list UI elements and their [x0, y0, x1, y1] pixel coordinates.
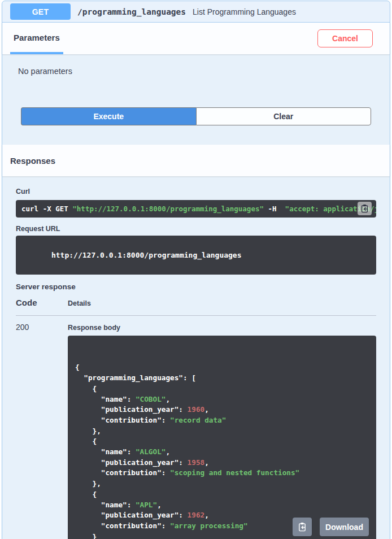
curl-token: -H	[264, 205, 281, 213]
code-line: "publication_year": 1960,	[75, 405, 369, 415]
endpoint-path: /programming_languages	[77, 7, 186, 16]
code-line: {	[75, 436, 369, 447]
code-token: "name":	[75, 447, 136, 456]
code-token: ,	[204, 511, 209, 519]
curl-label: Curl	[16, 188, 376, 195]
operation-block: GET /programming_languages List Programm…	[2, 1, 390, 539]
code-token: "scoping and nested functions"	[170, 468, 299, 477]
execute-row: Execute Clear	[21, 107, 371, 125]
code-token: },	[75, 479, 101, 488]
code-column-header: Code	[16, 298, 68, 307]
responses-title: Responses	[10, 156, 55, 166]
details-column-header: Details	[68, 299, 91, 307]
code-token: 1962	[188, 511, 205, 519]
cancel-button[interactable]: Cancel	[317, 29, 373, 47]
code-token: ,	[204, 405, 209, 414]
code-line: "publication_year": 1958,	[75, 458, 369, 468]
clear-button[interactable]: Clear	[196, 107, 372, 125]
code-token: ,	[165, 447, 170, 456]
request-url-label: Request URL	[16, 225, 376, 233]
code-line: {	[75, 362, 369, 373]
code-token: {	[75, 437, 97, 445]
response-row-details: Response body { "programming_languages":…	[68, 323, 376, 539]
response-row-200: 200 Response body { "programming_languag…	[16, 323, 376, 539]
clipboard-copy-icon	[298, 522, 307, 532]
code-line: "contribution": "record data"	[75, 415, 369, 426]
code-token: "contribution":	[75, 521, 170, 530]
parameters-section-header: Parameters Cancel	[2, 23, 390, 54]
code-token: },	[75, 427, 101, 435]
tab-parameters[interactable]: Parameters	[10, 23, 63, 54]
code-token: "publication_year":	[75, 511, 188, 519]
code-token: 1960	[188, 405, 205, 414]
request-url-box: http://127.0.0.1:8000/programming_langua…	[16, 236, 376, 275]
code-token: "COBOL"	[136, 395, 165, 403]
code-line: "name": "COBOL",	[75, 394, 369, 405]
no-parameters-text: No parameters	[18, 67, 374, 76]
response-body-label: Response body	[68, 324, 376, 332]
code-token: "name":	[75, 501, 136, 509]
server-response-label: Server response	[16, 282, 376, 291]
code-line: "name": "ALGOL",	[75, 447, 369, 458]
curl-command-text: curl -X GET "http://127.0.0.1:8000/progr…	[21, 205, 376, 213]
response-table-header: Code Details	[16, 298, 376, 316]
code-token: 1958	[188, 458, 205, 467]
response-body-box: { "programming_languages": [ { "name": "…	[68, 336, 376, 539]
code-token: ,	[157, 501, 162, 509]
code-line: "name": "APL",	[75, 500, 369, 511]
code-token: {	[75, 490, 97, 498]
code-token: "name":	[75, 395, 136, 403]
copy-response-button[interactable]	[293, 518, 312, 536]
request-url-value: http://127.0.0.1:8000/programming_langua…	[51, 251, 242, 259]
code-token: "contribution":	[75, 468, 170, 477]
parameters-body: No parameters Execute Clear	[2, 67, 390, 125]
operation-summary[interactable]: GET /programming_languages List Programm…	[2, 1, 390, 23]
code-token: "APL"	[136, 501, 157, 509]
download-button[interactable]: Download	[320, 518, 369, 536]
code-token: ,	[165, 395, 170, 403]
response-actions: Download	[293, 518, 369, 536]
code-line: "contribution": "scoping and nested func…	[75, 468, 369, 479]
execute-button[interactable]: Execute	[21, 107, 196, 125]
curl-token: curl -X GET	[21, 205, 72, 213]
code-token: }	[75, 532, 97, 539]
code-line: "programming_languages": [	[75, 373, 369, 384]
code-token: "publication_year":	[75, 458, 188, 467]
curl-command-box[interactable]: curl -X GET "http://127.0.0.1:8000/progr…	[16, 200, 376, 218]
code-token: "ALGOL"	[136, 447, 165, 456]
code-token: ,	[204, 458, 209, 467]
endpoint-summary: List Programming Languages	[193, 7, 296, 16]
code-token: "contribution":	[75, 416, 170, 424]
responses-body: Curl curl -X GET "http://127.0.0.1:8000/…	[2, 176, 390, 539]
code-line: },	[75, 426, 369, 437]
clipboard-copy-icon	[360, 204, 369, 213]
code-token: "record data"	[170, 416, 226, 424]
method-badge: GET	[10, 3, 71, 20]
code-token: {	[75, 384, 97, 393]
code-line: },	[75, 479, 369, 489]
status-code: 200	[16, 323, 68, 539]
response-body-code: { "programming_languages": [ { "name": "…	[75, 362, 369, 539]
curl-token: "http://127.0.0.1:8000/programming_langu…	[72, 205, 264, 213]
copy-curl-button[interactable]	[358, 202, 372, 215]
code-token: "publication_year":	[75, 405, 188, 414]
code-line: {	[75, 489, 369, 500]
code-token: "programming_languages": [	[75, 373, 196, 382]
code-token: {	[75, 363, 80, 371]
parameters-title: Parameters	[14, 33, 60, 42]
responses-section-header: Responses	[2, 145, 390, 176]
code-line: {	[75, 384, 369, 394]
code-token: "array processing"	[170, 521, 248, 530]
